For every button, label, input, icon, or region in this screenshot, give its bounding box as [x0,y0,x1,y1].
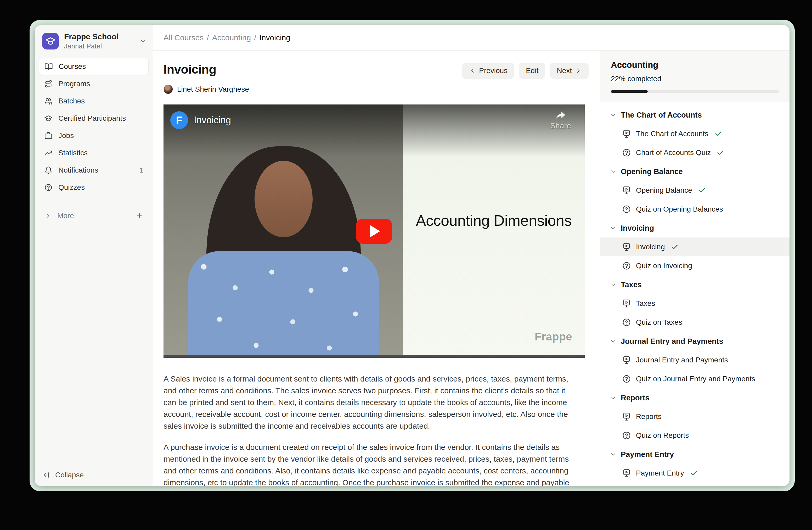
lesson-nav-actions: Previous Edit Next [462,62,589,79]
plus-icon [135,212,143,220]
workspace: All Courses / Accounting / Invoicing Inv… [153,25,789,486]
app-window: Frappe School Jannat Patel Courses Progr… [35,25,789,486]
sidebar-item-programs[interactable]: Programs [39,75,149,92]
outline-lesson[interactable]: Journal Entry and Payments [600,351,789,369]
video-lesson-icon [622,299,631,308]
graduation-cap-icon [45,36,56,46]
help-circle-icon [44,183,53,192]
check-icon [690,469,698,477]
paragraph: A Sales invoice is a formal document sen… [163,373,577,432]
chevron-down-icon [610,281,617,288]
previous-label: Previous [479,67,508,75]
edit-button[interactable]: Edit [519,62,545,79]
frappe-school-logo [42,33,59,50]
chapter-title: Payment Entry [621,450,674,459]
outline-lesson[interactable]: Quiz on Taxes [600,313,789,332]
brand-user: Jannat Patel [64,42,134,50]
users-icon [44,97,53,105]
lesson-title: Taxes [636,299,655,308]
chevron-down-icon [610,394,617,401]
sidebar-item-label: Programs [58,80,90,88]
course-title: Accounting [611,60,779,70]
lesson-title: Quiz on Taxes [636,318,682,326]
lesson-title: Quiz on Reports [636,431,689,440]
outline-chapter-taxes[interactable]: Taxes [600,275,789,294]
speaker-face [255,161,313,237]
sidebar-item-label: Certified Participants [58,114,126,123]
lesson-title: Payment Entry [636,469,684,477]
outline-chapter-reports[interactable]: Reports [600,388,789,407]
add-button[interactable] [135,212,143,220]
lesson-title: Quiz on Opening Balances [636,205,723,213]
video-progress-bar[interactable] [163,355,585,358]
outline-lesson[interactable]: The Chart of Accounts [600,124,789,143]
chevron-down-icon [610,112,617,118]
video-share-button[interactable]: Share [550,110,571,130]
video-lesson-icon [622,469,631,478]
sidebar-collapse-button[interactable]: Collapse [42,471,84,479]
outline-lesson[interactable]: Taxes [600,294,789,313]
quiz-icon [622,318,631,327]
brand-name: Frappe School [64,32,134,41]
outline-lesson[interactable]: Payment Entry [600,464,789,483]
video-title[interactable]: Invoicing [194,115,231,126]
outline-chapter-opening-balance[interactable]: Opening Balance [600,162,789,181]
top-bar: All Courses / Accounting / Invoicing [153,25,789,51]
youtube-play-button[interactable] [356,219,392,244]
outline-lesson[interactable]: Quiz on Opening Balances [600,200,789,219]
breadcrumb-accounting[interactable]: Accounting [212,33,251,42]
sidebar-item-batches[interactable]: Batches [39,93,149,110]
chevron-down-icon [139,37,147,45]
chevron-down-icon [610,225,617,232]
workspace-switcher[interactable]: Frappe School Jannat Patel [35,25,153,56]
edit-label: Edit [526,67,538,75]
outline-lesson[interactable]: Reports [600,407,789,426]
speaker-shirt [188,251,379,358]
next-button[interactable]: Next [550,62,589,79]
outline-chapter-journal-entry[interactable]: Journal Entry and Payments [600,332,789,351]
breadcrumb-all-courses[interactable]: All Courses [163,33,204,42]
collapse-label: Collapse [55,471,84,479]
outline-lesson[interactable]: Chart of Accounts Quiz [600,143,789,162]
outline-chapter-payment-entry[interactable]: Payment Entry [600,445,789,464]
previous-button[interactable]: Previous [462,62,514,79]
check-icon [716,149,724,157]
content-row: Invoicing Previous Edit Next [153,51,789,486]
next-label: Next [557,67,572,75]
share-label: Share [550,121,571,130]
author-row: Linet Sherin Varghese [163,85,589,94]
paragraph: A purchase invoice is a document created… [163,441,577,486]
outline-lesson-current[interactable]: Invoicing [600,237,789,256]
outline-chapter-invoicing[interactable]: Invoicing [600,219,789,237]
quiz-icon [622,261,631,270]
chapter-title: Reports [621,393,650,402]
video-lesson-icon [622,412,631,421]
brand-text: Frappe School Jannat Patel [64,32,134,50]
sidebar-item-certified-participants[interactable]: Certified Participants [39,110,149,127]
sidebar-more-toggle[interactable]: More [39,207,149,224]
sidebar-item-quizzes[interactable]: Quizzes [39,179,149,196]
outline-chapter-chart-of-accounts[interactable]: The Chart of Accounts [600,106,789,124]
sidebar-item-label: Batches [58,97,85,105]
check-icon [698,186,706,194]
sidebar-item-statistics[interactable]: Statistics [39,144,149,161]
sidebar-item-courses[interactable]: Courses [39,58,149,75]
breadcrumb-separator: / [207,33,209,42]
video-lesson-icon [622,355,631,365]
sidebar-item-jobs[interactable]: Jobs [39,127,149,144]
outline-lesson[interactable]: Quiz on Reports [600,426,789,445]
sidebar: Frappe School Jannat Patel Courses Progr… [35,25,153,486]
outline-lesson[interactable]: Quiz on Journal Entry and Payments [600,369,789,388]
outline-lesson[interactable]: Quiz on Invoicing [600,256,789,275]
video-channel-avatar[interactable]: F [170,111,188,129]
chapter-title: Journal Entry and Payments [621,337,723,346]
video-player[interactable]: Accounting Dimensions Frappe F Invoicing [163,104,585,358]
outline-lesson[interactable]: Opening Balance [600,181,789,200]
share-arrow-icon [555,110,567,121]
lesson-title: Invoicing [636,243,665,251]
course-progress-header: Accounting 22% completed [600,51,789,102]
lesson-body: A Sales invoice is a formal document sen… [163,373,577,486]
briefcase-icon [44,131,53,140]
chevron-right-icon [575,67,582,74]
sidebar-item-notifications[interactable]: Notifications 1 [39,162,149,179]
